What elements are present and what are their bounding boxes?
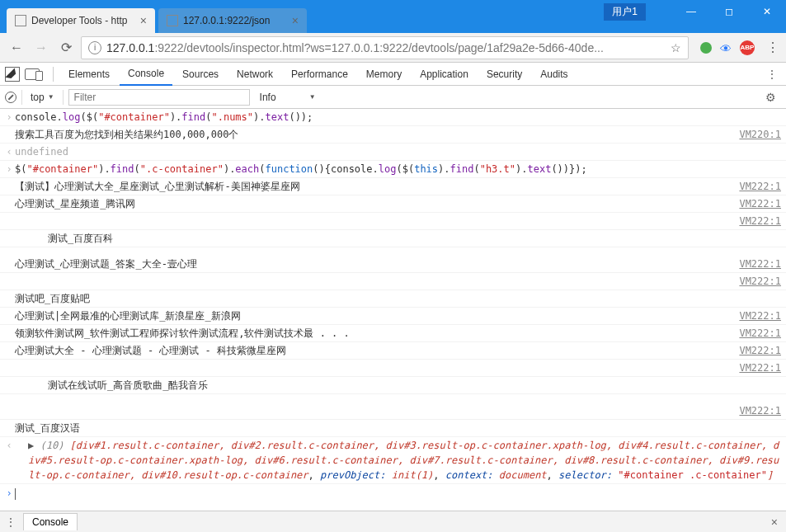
source-link[interactable]: VM222:1 xyxy=(722,360,781,375)
console-row: 测试_百度百科 xyxy=(0,230,786,247)
drawer-bar: ⋮ Console × xyxy=(0,511,786,532)
window-titlebar: Developer Tools - http × 127.0.0.1:9222/… xyxy=(0,0,786,33)
gear-icon[interactable]: ⚙ xyxy=(765,91,776,104)
extension-abp-icon[interactable]: ABP xyxy=(740,40,755,55)
extension-icons: 👁 ABP xyxy=(700,40,755,55)
browser-tabs: Developer Tools - http × 127.0.0.1:9222/… xyxy=(0,8,310,33)
console-row: ›console.log($("#container").find(".nums… xyxy=(0,109,786,126)
console-row: 【测试】心理测试大全_星座测试_心里测试解析-美国神婆星座网VM222:1 xyxy=(0,178,786,195)
console-row: ‹▶ (10) [div#1.result.c-container, div#2… xyxy=(0,437,786,484)
browser-menu-icon[interactable]: ⋮ xyxy=(766,40,779,55)
close-button[interactable]: ✕ xyxy=(748,0,786,23)
devtools-tabstrip: Elements Console Sources Network Perform… xyxy=(0,63,786,86)
console-row: ‹undefined xyxy=(0,144,786,161)
divider xyxy=(63,90,64,105)
user-profile-chip[interactable]: 用户1 xyxy=(604,3,646,21)
console-row: 心理测试_心理测试题_答案_大全-壹心理VM222:1 xyxy=(0,256,786,273)
reload-button[interactable]: ⟳ xyxy=(56,38,76,58)
console-row: VM222:1 xyxy=(0,360,786,377)
source-link[interactable]: VM222:1 xyxy=(722,214,781,228)
tab-performance[interactable]: Performance xyxy=(283,64,356,85)
context-label: top xyxy=(31,92,45,103)
extension-eye-icon[interactable]: 👁 xyxy=(720,42,732,54)
source-link[interactable]: VM220:1 xyxy=(722,127,781,142)
console-row: 领测软件测试网_软件测试工程师探讨软件测试流程,软件测试技术最 . . .VM2… xyxy=(0,325,786,342)
page-favicon xyxy=(167,15,178,26)
tab-sources[interactable]: Sources xyxy=(174,64,227,85)
close-icon[interactable]: × xyxy=(292,14,299,27)
console-row: 测试在线试听_高音质歌曲_酷我音乐 xyxy=(0,377,786,394)
console-toolbar: top ▼ Info ▼ ⚙ xyxy=(0,86,786,109)
console-row: 心理测试大全 - 心理测试题 - 心理测试 - 科技紫微星座网VM222:1 xyxy=(0,342,786,360)
console-prompt[interactable]: › xyxy=(0,484,786,502)
site-info-icon[interactable]: i xyxy=(88,41,101,54)
drawer-menu-icon[interactable]: ⋮ xyxy=(5,516,16,529)
source-link[interactable]: VM222:1 xyxy=(722,326,781,341)
tab-network[interactable]: Network xyxy=(228,64,281,85)
divider xyxy=(21,90,22,105)
tab-title: Developer Tools - http xyxy=(31,15,134,26)
tab-console[interactable]: Console xyxy=(120,63,172,86)
maximize-button[interactable]: ◻ xyxy=(710,0,748,23)
devtools-more-icon[interactable]: ⋮ xyxy=(766,68,778,81)
browser-tab-inactive[interactable]: 127.0.0.1:9222/json × xyxy=(158,8,307,33)
divider xyxy=(53,67,54,82)
back-button[interactable]: ← xyxy=(7,38,26,58)
console-row: VM222:1 xyxy=(0,213,786,230)
source-link[interactable]: VM222:1 xyxy=(722,343,781,358)
console-row: 测试吧_百度贴吧 xyxy=(0,290,786,308)
console-row: VM222:1 xyxy=(0,273,786,290)
minimize-button[interactable]: — xyxy=(672,0,710,23)
console-output[interactable]: ›console.log($("#container").find(".nums… xyxy=(0,109,786,511)
source-link[interactable]: VM222:1 xyxy=(722,257,781,271)
console-row xyxy=(0,394,786,403)
extension-green-icon[interactable] xyxy=(700,42,712,54)
chevron-down-icon: ▼ xyxy=(48,93,54,101)
browser-tab-active[interactable]: Developer Tools - http × xyxy=(7,8,155,33)
source-link[interactable]: VM222:1 xyxy=(722,403,781,418)
context-selector[interactable]: top ▼ xyxy=(27,90,58,105)
address-bar: ← → ⟳ i 127.0.0.1:9222/devtools/inspecto… xyxy=(0,33,786,63)
window-controls: — ◻ ✕ xyxy=(672,0,786,23)
tab-title: 127.0.0.1:9222/json xyxy=(183,15,285,26)
source-link[interactable]: VM222:1 xyxy=(722,179,781,194)
page-favicon xyxy=(15,15,26,26)
chevron-down-icon: ▼ xyxy=(309,93,316,101)
close-icon[interactable]: × xyxy=(140,14,147,27)
source-link[interactable]: VM222:1 xyxy=(722,308,781,323)
url-input[interactable]: i 127.0.0.1:9222/devtools/inspector.html… xyxy=(81,36,689,59)
console-row: 测试_百度汉语 xyxy=(0,420,786,437)
tab-application[interactable]: Application xyxy=(412,64,477,85)
source-link[interactable]: VM222:1 xyxy=(722,196,781,211)
log-level-selector[interactable]: Info ▼ xyxy=(255,90,321,105)
console-row: 搜索工具百度为您找到相关结果约100,000,000个VM220:1 xyxy=(0,126,786,144)
console-row: 心理测试|全网最准的心理测试库_新浪星座_新浪网VM222:1 xyxy=(0,308,786,325)
drawer-tab-console[interactable]: Console xyxy=(23,513,78,530)
tab-memory[interactable]: Memory xyxy=(358,64,410,85)
tab-elements[interactable]: Elements xyxy=(60,64,118,85)
console-row: VM222:1 xyxy=(0,403,786,420)
close-icon[interactable]: × xyxy=(771,516,778,529)
clear-console-icon[interactable] xyxy=(5,92,16,103)
filter-input[interactable] xyxy=(68,89,250,106)
bookmark-star-icon[interactable]: ☆ xyxy=(671,41,681,54)
tab-security[interactable]: Security xyxy=(478,64,530,85)
level-label: Info xyxy=(260,92,276,103)
forward-button[interactable]: → xyxy=(31,38,51,58)
console-row xyxy=(0,247,786,256)
inspect-element-icon[interactable] xyxy=(5,67,20,82)
console-row: ›$("#container").find(".c-container").ea… xyxy=(0,161,786,178)
source-link[interactable]: VM222:1 xyxy=(722,274,781,289)
url-text: 127.0.0.1:9222/devtools/inspector.html?w… xyxy=(106,41,666,54)
device-toggle-icon[interactable] xyxy=(25,68,40,80)
tab-audits[interactable]: Audits xyxy=(532,64,576,85)
console-row: 心理测试_星座频道_腾讯网VM222:1 xyxy=(0,195,786,213)
